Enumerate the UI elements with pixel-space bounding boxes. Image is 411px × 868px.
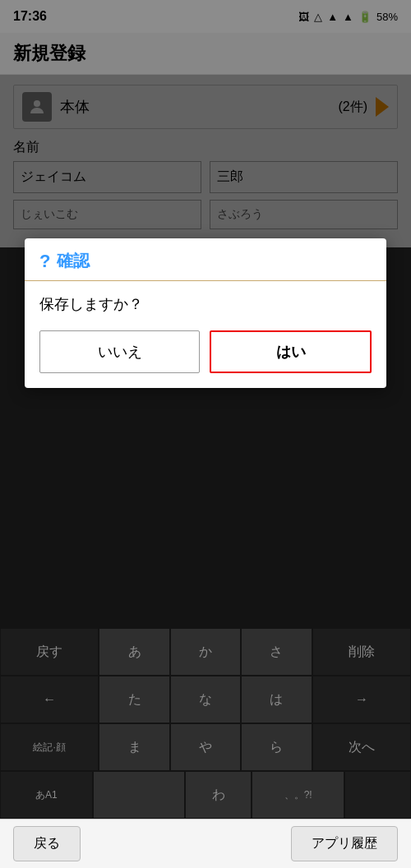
yes-button[interactable]: はい [210,330,372,373]
dialog-buttons: いいえ はい [25,330,386,388]
no-button[interactable]: いいえ [39,330,200,373]
app-history-button[interactable]: アプリ履歴 [291,826,398,861]
dialog-question-icon: ? [39,251,50,272]
dialog-message: 保存しますか？ [25,281,386,330]
back-button[interactable]: 戻る [13,826,81,861]
confirmation-dialog: ? 確認 保存しますか？ いいえ はい [25,238,386,388]
modal-overlay [0,0,411,868]
bottom-nav: 戻る アプリ履歴 [0,819,411,868]
dialog-title: 確認 [57,250,90,272]
dialog-header: ? 確認 [25,238,386,281]
